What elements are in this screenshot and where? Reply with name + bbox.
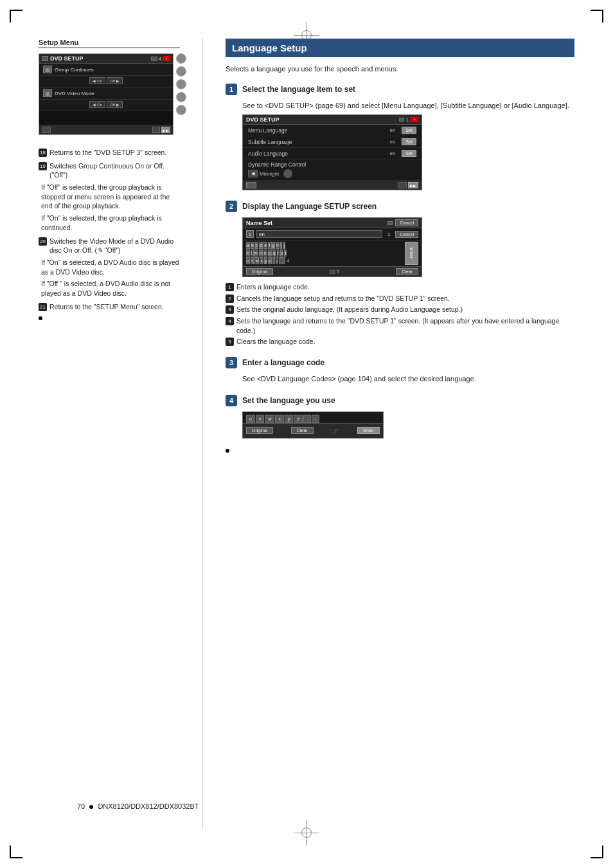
dss-row-subtitle-lang: Subtitle Language en Set — [243, 136, 422, 148]
key-c[interactable]: c — [255, 242, 259, 249]
item-20-text: Switches the Video Mode of a DVD Audio d… — [49, 237, 180, 255]
corner-mark-bl — [10, 845, 22, 858]
key-v[interactable]: v — [251, 257, 254, 264]
step2-text-5: Clears the language code. — [236, 337, 315, 347]
key-n[interactable]: n — [259, 249, 263, 257]
dss-row-menu-lang: Menu Language en Set — [243, 125, 422, 136]
key-o[interactable]: o — [263, 249, 267, 257]
key-k[interactable]: k — [246, 249, 250, 257]
key-j[interactable]: j — [283, 242, 285, 249]
step-2-list: 1 Enters a language code. 2 Cancels the … — [226, 282, 574, 347]
step2-item-2: 2 Cancels the language setup and returns… — [226, 294, 574, 303]
s4-key-v[interactable]: v — [256, 415, 265, 423]
ns-clear-btn[interactable]: Clear — [396, 268, 418, 275]
key-e[interactable]: e — [263, 242, 267, 249]
key-y[interactable]: y — [264, 257, 268, 264]
step-1-section: 1 Select the language item to set See to… — [226, 84, 574, 191]
step-2-num: 2 — [226, 201, 237, 212]
step2-num-1: 1 — [226, 283, 234, 291]
dvd-footer-icon-left — [42, 127, 51, 133]
key-b[interactable]: b — [251, 242, 254, 249]
key-l[interactable]: l — [251, 249, 253, 257]
key-f[interactable]: f — [268, 242, 271, 249]
s4-original-btn[interactable]: Original — [246, 427, 273, 434]
ns-footer-icon — [330, 270, 335, 274]
dss-label-audio: Audio Language — [248, 150, 386, 157]
kbd-row-2: k l m n o p q r s t — [246, 249, 404, 257]
ns-footer: Original 5 Clear — [243, 266, 422, 276]
dss-row-dynamic: Dynamic Range Control ◀ Midnight — [243, 159, 422, 181]
s4-key-y[interactable]: y — [285, 415, 294, 423]
dvd-row-group: ▦ Group Continues — [39, 64, 173, 76]
s4-key-x[interactable]: x — [275, 415, 284, 423]
key-t[interactable]: t — [284, 249, 287, 257]
key-w[interactable]: w — [254, 257, 259, 264]
key-dot[interactable]: . — [272, 257, 275, 264]
ns-kbd-rows: a b c d e f g h i j — [246, 242, 404, 265]
corner-mark-br — [591, 845, 603, 858]
key-s[interactable]: s — [280, 249, 284, 257]
key-d[interactable]: d — [259, 242, 263, 249]
s4-key-z[interactable]: z — [294, 415, 303, 423]
kbd-row-1: a b c d e f g h i j — [246, 242, 404, 249]
side-icon-5 — [176, 105, 186, 115]
key-p[interactable]: p — [268, 249, 272, 257]
key-z[interactable]: z — [268, 257, 272, 264]
bullet-separator — [39, 316, 180, 320]
key-r[interactable]: r — [277, 249, 280, 257]
dss-controls-dynamic: ◀ Midnight — [248, 169, 416, 178]
step2-item-3: 3 Sets the original audio language. (It … — [226, 305, 574, 314]
ns-enter-btn[interactable]: Enter — [405, 242, 418, 265]
page-footer: 70 DNX8120/DDX812/DDX8032BT — [77, 802, 199, 810]
item-19a-text: If "Off" is selected, the group playback… — [39, 183, 180, 211]
dss-val-menu: en — [390, 127, 396, 133]
s4-key-dash[interactable]: - — [312, 415, 319, 423]
ns-cancel-btn[interactable]: Cancel — [395, 219, 418, 226]
right-bullet — [226, 449, 574, 453]
s4-key-w[interactable]: w — [265, 415, 274, 423]
list-item-20: 20 Switches the Video Mode of a DVD Audi… — [39, 237, 180, 255]
key-u[interactable]: u — [246, 257, 250, 264]
dss-row-audio-lang: Audio Language en Set — [243, 148, 422, 159]
key-x[interactable]: x — [260, 257, 263, 264]
key-m[interactable]: m — [253, 249, 258, 257]
group-icon: ▦ — [43, 66, 52, 73]
item-21-text: Returns to the "SETUP Menu" screen. — [49, 302, 164, 312]
dss-footer-1: ▶▶ — [243, 181, 422, 190]
ns-footer-num: 5 — [337, 269, 339, 274]
item-19-text: Switches Group Continuous On or Off. ("O… — [49, 161, 180, 180]
dss-label-dynamic: Dynamic Range Control — [248, 161, 416, 168]
ns-keyboard-area: a b c d e f g h i j — [243, 240, 422, 266]
s4-key-u[interactable]: u — [246, 415, 255, 423]
key-a[interactable]: a — [246, 242, 250, 249]
dss-header-1: DVD SETUP 1 × — [243, 115, 422, 125]
side-icon-1 — [176, 53, 186, 64]
s4-clear-btn[interactable]: Clear — [291, 427, 314, 434]
key-space[interactable] — [279, 257, 285, 264]
s4-hand-icon: ☞ — [331, 426, 339, 436]
ns-original-btn[interactable]: Original — [246, 268, 273, 275]
lang-intro-text: Selects a language you use for the speec… — [226, 64, 574, 75]
step-4-header: 4 Set the language you use — [226, 395, 574, 406]
step-1-body: See to <DVD SETUP> (page 69) and select … — [226, 100, 574, 111]
dss-set-subtitle[interactable]: Set — [402, 138, 416, 145]
key-g[interactable]: g — [271, 242, 275, 249]
dvd-num-left: 4 — [159, 56, 161, 62]
ns-title: Name Set — [246, 220, 272, 226]
ns-header: Name Set Cancel — [243, 218, 422, 228]
dss-arrow-left[interactable]: ◀ — [248, 170, 258, 177]
key-i[interactable]: i — [280, 242, 283, 249]
item-20a-text: If "On" is selected, a DVD Audio disc is… — [39, 258, 180, 276]
dss-set-menu[interactable]: Set — [402, 127, 416, 134]
dss-val-dynamic: Midnight — [260, 171, 279, 177]
ns-num-1: 1 — [246, 230, 254, 238]
dvd-header-left: DVD SETUP 4 × — [39, 54, 173, 64]
dss-set-audio[interactable]: Set — [402, 150, 416, 157]
key-q[interactable]: q — [272, 249, 276, 257]
ns-cancel-btn-2[interactable]: Cancel — [395, 231, 418, 238]
dvd-title-left: DVD SETUP — [50, 55, 84, 62]
s4-key-dot[interactable]: . — [303, 415, 311, 423]
key-dash[interactable]: - — [276, 257, 278, 264]
key-h[interactable]: h — [276, 242, 280, 249]
s4-enter-btn[interactable]: Enter — [357, 427, 380, 434]
